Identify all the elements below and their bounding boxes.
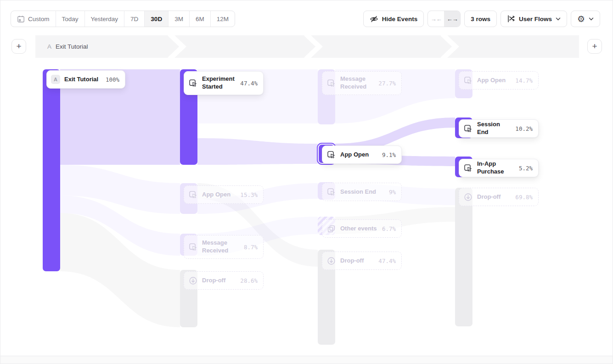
drop-off-icon bbox=[326, 256, 336, 266]
node-percent: 5.2% bbox=[519, 165, 533, 172]
bottom-strip bbox=[0, 356, 613, 364]
node-card-app-open[interactable]: App Open 15.3% bbox=[184, 185, 264, 204]
node-label: Session End bbox=[340, 188, 385, 196]
node-label: App Open bbox=[340, 151, 378, 159]
event-icon bbox=[326, 187, 336, 197]
event-icon bbox=[188, 78, 198, 88]
node-card-drop-off[interactable]: Drop-off 28.6% bbox=[184, 271, 264, 290]
event-icon bbox=[188, 242, 198, 252]
node-label: Exit Tutorial bbox=[64, 76, 101, 84]
event-icon bbox=[463, 124, 473, 134]
node-label: Message Received bbox=[340, 75, 374, 91]
event-icon bbox=[326, 78, 336, 88]
node-percent: 69.8% bbox=[515, 194, 533, 201]
node-card-other-events[interactable]: Other events 6.7% bbox=[322, 219, 402, 238]
node-card-exit-tutorial[interactable]: A Exit Tutorial 100% bbox=[46, 70, 125, 89]
node-percent: 8.7% bbox=[244, 244, 258, 251]
node-percent: 47.4% bbox=[240, 80, 258, 87]
node-card-session-end-2[interactable]: Session End 10.2% bbox=[459, 119, 539, 138]
node-percent: 100% bbox=[106, 76, 119, 83]
drop-off-icon bbox=[463, 192, 473, 202]
node-label: Drop-off bbox=[477, 193, 511, 201]
node-percent: 47.4% bbox=[378, 258, 396, 264]
sankey-flows bbox=[0, 0, 613, 364]
node-card-message-received[interactable]: Message Received 8.7% bbox=[184, 235, 264, 259]
node-label: App Open bbox=[477, 77, 511, 84]
node-card-session-end[interactable]: Session End 9% bbox=[322, 183, 402, 201]
node-percent: 10.2% bbox=[515, 125, 533, 132]
node-label: Experiment Started bbox=[202, 75, 236, 91]
node-card-drop-off-2[interactable]: Drop-off 47.4% bbox=[322, 252, 402, 270]
node-percent: 9% bbox=[389, 189, 396, 196]
drop-off-icon bbox=[188, 276, 198, 286]
event-icon bbox=[188, 190, 198, 200]
node-label: App Open bbox=[202, 191, 236, 199]
node-percent: 9.1% bbox=[382, 151, 396, 158]
node-bar-drop-off-3[interactable] bbox=[455, 188, 472, 326]
node-label: In-App Purchase bbox=[477, 160, 515, 176]
node-percent: 14.7% bbox=[515, 77, 533, 84]
flow-experiment-started-app-open[interactable] bbox=[197, 138, 318, 165]
user-flows-app: Custom Today Yesterday 7D 30D 3M 6M 12M … bbox=[0, 0, 613, 364]
node-card-experiment-started[interactable]: Experiment Started 47.4% bbox=[184, 71, 264, 95]
node-card-message-received-2[interactable]: Message Received 27.7% bbox=[322, 71, 402, 95]
node-percent: 27.7% bbox=[378, 80, 396, 87]
node-label: Session End bbox=[477, 121, 511, 136]
node-label: Other events bbox=[340, 225, 378, 233]
node-label: Drop-off bbox=[340, 257, 374, 265]
event-icon bbox=[463, 76, 473, 85]
event-icon bbox=[326, 150, 336, 160]
event-icon bbox=[463, 163, 473, 173]
node-card-app-open-3[interactable]: App Open 14.7% bbox=[459, 71, 539, 90]
node-card-in-app-purchase[interactable]: In-App Purchase 5.2% bbox=[459, 159, 539, 177]
node-card-app-open-2[interactable]: App Open 9.1% bbox=[322, 146, 402, 164]
node-label: Message Received bbox=[202, 239, 240, 255]
node-card-drop-off-3[interactable]: Drop-off 69.8% bbox=[459, 188, 539, 206]
other-events-icon bbox=[326, 224, 336, 234]
node-percent: 15.3% bbox=[240, 191, 258, 198]
node-bar-exit-tutorial[interactable] bbox=[43, 69, 60, 271]
node-label: Drop-off bbox=[202, 277, 236, 285]
letter-badge: A bbox=[51, 75, 60, 84]
node-percent: 28.6% bbox=[240, 277, 258, 284]
node-percent: 6.7% bbox=[382, 225, 396, 232]
